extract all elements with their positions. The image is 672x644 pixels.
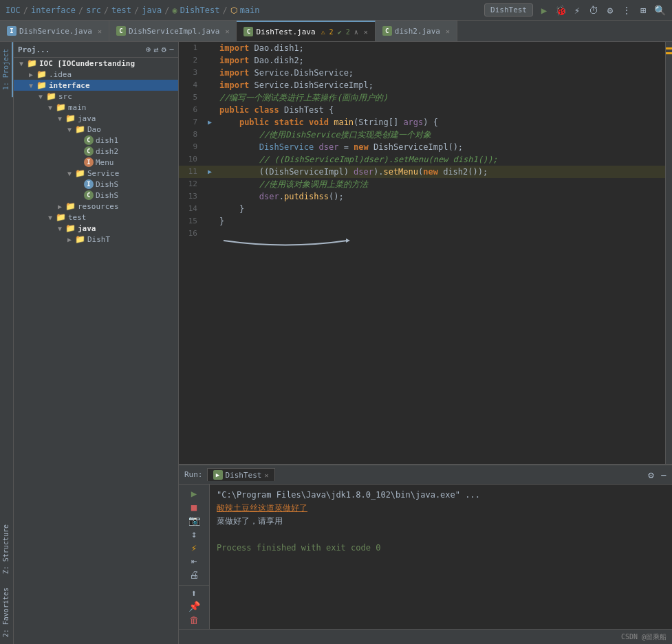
run-panel-minimize-icon[interactable]: − — [661, 469, 666, 480]
folder-icon-test: 📁 — [55, 212, 66, 222]
search-icon2[interactable]: 🔍 — [653, 3, 666, 17]
tab-dish-service[interactable]: I DishService.java ✕ — [0, 21, 109, 41]
toolbar-icons: ▶ 🐞 ⚡ ⏱ ⚙ ⋮ ⊞ 🔍 — [537, 3, 666, 17]
tree-item-resources[interactable]: ▶ 📁 resources — [14, 201, 178, 212]
tab-dish2-close[interactable]: ✕ — [446, 27, 450, 35]
breadcrumb-java[interactable]: java — [142, 5, 162, 15]
tree-item-dishservice[interactable]: I DishS — [14, 179, 178, 190]
tree-item-dish1[interactable]: C dish1 — [14, 135, 178, 146]
tab-dish-service-impl-close[interactable]: ✕ — [225, 27, 229, 35]
line-content-1: import Dao.dish1; — [217, 42, 665, 54]
tree-item-menu[interactable]: I Menu — [14, 157, 178, 168]
code-scroll-area[interactable]: 1 import Dao.dish1; 2 import Dao.dish2; … — [179, 42, 665, 464]
tree-item-service[interactable]: ▼ 📁 Service — [14, 168, 178, 179]
run-stop-btn[interactable]: ■ — [184, 501, 204, 513]
breadcrumb-dishtest-class[interactable]: ◉ — [172, 5, 177, 15]
tree-label-main: main — [68, 103, 87, 112]
tree-item-dish2[interactable]: C dish2 — [14, 146, 178, 157]
sidebar-tab-project[interactable]: 1: Project — [0, 42, 13, 97]
tree-collapse-icon[interactable]: − — [169, 45, 174, 54]
settings-icon[interactable]: ⚙ — [603, 3, 617, 17]
scrollbar-track — [666, 54, 672, 464]
line-content-12: //使用该对象调用上菜的方法 — [217, 178, 665, 190]
run-camera-btn[interactable]: 📷 — [184, 514, 204, 526]
breadcrumb-main-label[interactable]: main — [240, 5, 260, 15]
run-panel-settings-icon[interactable]: ⚙ — [648, 469, 653, 480]
tree-item-java[interactable]: ▼ 📁 java — [14, 113, 178, 124]
coverage-button[interactable]: ⚡ — [570, 3, 584, 17]
tree-item-java-test[interactable]: ▼ 📁 java — [14, 223, 178, 234]
tab-dish-test[interactable]: C DishTest.java ⚠ 2 ✔ 2 ∧ ✕ — [237, 21, 375, 41]
run-tab-dishtest[interactable]: ▶ DishTest ✕ — [207, 468, 275, 481]
status-text: CSDN @留乘船 — [621, 632, 666, 642]
code-line-6: 6 public class DishTest { — [179, 104, 665, 116]
line-content-15: } — [217, 215, 665, 227]
tree-item-idea[interactable]: ▶ 📁 .idea — [14, 69, 178, 80]
run-button[interactable]: ▶ — [537, 3, 551, 17]
breadcrumb-test[interactable]: test — [111, 5, 131, 15]
tree-item-dishserviceimpl[interactable]: C DishS — [14, 190, 178, 201]
gutter-8 — [203, 129, 217, 141]
gutter-5 — [203, 91, 217, 104]
tree-item-dishtest-class[interactable]: ▶ 📁 DishT — [14, 234, 178, 245]
code-line-3: 3 import Service.DishService; — [179, 67, 665, 79]
code-line-11: 11 ▶ ((DishServiceImpl) dser).setMenu(ne… — [179, 166, 665, 178]
tree-sync-icon[interactable]: ⇄ — [153, 45, 158, 54]
run-filter-btn[interactable]: ⚡ — [184, 542, 204, 554]
run-arrow-11[interactable]: ▶ — [208, 166, 212, 178]
run-pin-btn[interactable]: 📌 — [184, 601, 204, 613]
run-indent-btn[interactable]: ⇤ — [184, 555, 204, 568]
run-arrow-7[interactable]: ▶ — [208, 116, 212, 129]
tree-item-test[interactable]: ▼ 📁 test — [14, 212, 178, 223]
grid-icon[interactable]: ⊞ — [636, 3, 650, 17]
folder-icon-java-test: 📁 — [65, 223, 76, 233]
run-label: Run: — [184, 470, 203, 479]
breadcrumb-src[interactable]: src — [86, 5, 101, 15]
tree-item-interface[interactable]: ▼ 📁 interface — [14, 80, 178, 91]
tree-item-ioc[interactable]: ▼ 📁 IOC [IOCunderstanding — [14, 58, 178, 69]
sidebar-tab-structure[interactable]: Z: Structure — [0, 518, 13, 581]
code-line-15: 15 } — [179, 215, 665, 227]
breadcrumb-main[interactable]: ⬡ — [230, 5, 237, 15]
breadcrumb-interface[interactable]: interface — [31, 5, 76, 15]
tree-settings-icon[interactable]: ⚙ — [162, 45, 166, 54]
tree-item-main[interactable]: ▼ 📁 main — [14, 102, 178, 113]
run-wrap-btn[interactable]: ↕ — [184, 528, 204, 540]
run-trash-btn[interactable]: 🗑 — [184, 614, 204, 626]
tree-item-src[interactable]: ▼ 📁 src — [14, 91, 178, 102]
code-line-14: 14 } — [179, 203, 665, 215]
breadcrumb-ioc[interactable]: IOC — [6, 5, 21, 15]
run-config-name[interactable]: DishTest — [484, 3, 533, 16]
line-content-6: public class DishTest { — [217, 104, 665, 116]
tab-dish2[interactable]: C dish2.java ✕ — [376, 21, 457, 41]
run-tab-close[interactable]: ✕ — [264, 471, 268, 479]
tab-dish-test-close[interactable]: ✕ — [364, 28, 368, 36]
sidebar-tab-favorites[interactable]: 2: Favorites — [0, 581, 13, 644]
run-panel: Run: ▶ DishTest ✕ ⚙ − ▶ ■ 📷 ↕ ⚡ ⇤ — [179, 464, 672, 629]
folder-icon-java: 📁 — [65, 113, 76, 123]
tree-item-dao[interactable]: ▼ 📁 Dao — [14, 124, 178, 135]
tree-label-dao: Dao — [87, 125, 101, 134]
run-play-btn[interactable]: ▶ — [184, 487, 204, 500]
line-num-11: 11 — [179, 166, 203, 178]
run-print-btn[interactable]: 🖨 — [184, 568, 204, 581]
gutter-15 — [203, 215, 217, 227]
interface-icon-dishservice: I — [84, 179, 94, 189]
debug-button[interactable]: 🐞 — [554, 3, 567, 17]
tab-dish-service-impl[interactable]: C DishServiceImpl.java ✕ — [109, 21, 237, 41]
tree-label-ioc: IOC [IOCunderstanding — [39, 59, 135, 68]
line-num-4: 4 — [179, 79, 203, 91]
folder-icon-ioc: 📁 — [26, 58, 37, 68]
gutter-4 — [203, 79, 217, 91]
tree-add-icon[interactable]: ⊕ — [146, 45, 151, 54]
run-config: DishTest ▶ 🐞 ⚡ ⏱ ⚙ ⋮ ⊞ 🔍 — [484, 3, 666, 17]
editor-scrollbar[interactable] — [665, 42, 672, 464]
tab-dish-service-close[interactable]: ✕ — [98, 27, 102, 35]
arrow-test: ▼ — [45, 214, 55, 221]
run-up-btn[interactable]: ⬆ — [184, 587, 204, 599]
more-icon[interactable]: ⋮ — [620, 3, 633, 17]
arrow-interface: ▼ — [26, 82, 36, 89]
profile-button[interactable]: ⏱ — [587, 3, 600, 17]
line-content-10: // ((DishServiceImpl)dser).setMenu(new d… — [217, 153, 665, 166]
breadcrumb-dishtest[interactable]: DishTest — [180, 5, 220, 15]
